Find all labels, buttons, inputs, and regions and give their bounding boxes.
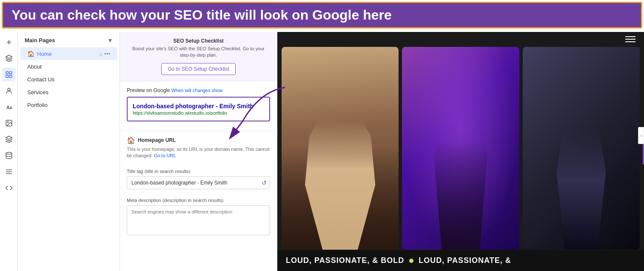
title-tag-wrapper: ↺ bbox=[127, 176, 270, 189]
plus-icon[interactable] bbox=[2, 35, 16, 49]
hamburger-line bbox=[625, 39, 635, 40]
homepage-icon: 🏠 bbox=[127, 136, 135, 144]
go-to-url-link[interactable]: Go to URL bbox=[154, 153, 176, 158]
svg-text:Aa: Aa bbox=[6, 105, 12, 110]
sidebar-item-services[interactable]: Services bbox=[20, 86, 117, 98]
sidebar-item-contact[interactable]: Contact Us bbox=[20, 73, 117, 86]
svg-marker-2 bbox=[6, 55, 12, 59]
hamburger-line bbox=[625, 41, 635, 42]
collapse-panel-button[interactable]: › bbox=[638, 127, 644, 144]
google-preview-title: London-based photographer - Emily Smith bbox=[133, 103, 264, 110]
hamburger-line bbox=[625, 36, 635, 37]
sidebar-header: Main Pages ▼ bbox=[18, 37, 120, 47]
sidebar-item-label: Portfolio bbox=[27, 102, 48, 108]
preview-image-2 bbox=[402, 47, 519, 250]
image-icon[interactable] bbox=[2, 116, 16, 130]
meta-desc-input[interactable] bbox=[127, 205, 270, 235]
sidebar-chevron-icon[interactable]: ▼ bbox=[108, 37, 113, 43]
people-icon[interactable] bbox=[2, 84, 16, 98]
preview-area: LOUD, PASSIONATE, & BOLD LOUD, PASSIONAT… bbox=[277, 32, 644, 271]
home-indicator-icon: ⌂ bbox=[99, 51, 103, 57]
svg-rect-5 bbox=[9, 75, 11, 78]
homepage-url-section: 🏠 Homepage URL This is your homepage, so… bbox=[120, 131, 277, 164]
pages-icon[interactable] bbox=[2, 68, 16, 81]
svg-rect-4 bbox=[9, 72, 11, 74]
section-header: 🏠 Homepage URL bbox=[127, 136, 270, 144]
refresh-icon[interactable]: ↺ bbox=[262, 179, 267, 186]
item-actions: ⌂ ••• bbox=[99, 51, 110, 57]
svg-point-7 bbox=[8, 88, 10, 91]
checklist-desc: Boost your site's SEO with the SEO Setup… bbox=[127, 46, 270, 59]
ticker-text: LOUD, PASSIONATE, & BOLD bbox=[286, 256, 404, 265]
svg-rect-6 bbox=[6, 75, 8, 78]
seo-panel: SEO Setup Checklist Boost your site's SE… bbox=[120, 32, 277, 271]
seo-checklist-button[interactable]: Go to SEO Setup Checklist bbox=[161, 63, 236, 75]
google-preview-box: London-based photographer - Emily Smith … bbox=[127, 97, 270, 121]
banner-text: You can check how your SEO title will lo… bbox=[11, 7, 392, 23]
meta-desc-section: Meta description (description in search … bbox=[120, 193, 277, 241]
sidebar-item-label: Contact Us bbox=[27, 76, 54, 83]
annotation-banner: You can check how your SEO title will lo… bbox=[2, 2, 642, 29]
preview-link[interactable]: When will changes show bbox=[171, 88, 222, 93]
ticker-dot bbox=[409, 259, 413, 263]
sidebar-item-portfolio[interactable]: Portfolio bbox=[20, 99, 117, 111]
left-toolbar: Aa bbox=[0, 32, 18, 271]
sidebar-item-home[interactable]: 🏠 Home ⌂ ••• bbox=[20, 47, 117, 60]
title-tag-label: Title tag (title in search results) bbox=[127, 169, 270, 174]
seo-checklist-banner: SEO Setup Checklist Boost your site's SE… bbox=[120, 32, 277, 81]
svg-point-10 bbox=[7, 121, 8, 122]
google-preview-url: https://slvksamsonstudio.wixstudio.io/po… bbox=[133, 110, 264, 115]
homepage-url-desc: This is your homepage, so its URL is you… bbox=[127, 146, 270, 159]
preview-image-3 bbox=[523, 47, 640, 250]
layers-icon[interactable] bbox=[2, 52, 16, 65]
hamburger-menu[interactable] bbox=[625, 36, 635, 42]
homepage-url-title: Homepage URL bbox=[138, 137, 176, 143]
sidebar-item-label: Home bbox=[37, 51, 52, 57]
preview-ticker: LOUD, PASSIONATE, & BOLD LOUD, PASSIONAT… bbox=[277, 250, 644, 271]
chevron-right-icon: › bbox=[640, 133, 641, 138]
preview-images bbox=[277, 47, 644, 250]
checklist-title: SEO Setup Checklist bbox=[127, 38, 270, 44]
more-options-icon[interactable]: ••• bbox=[104, 51, 110, 57]
preview-image-1 bbox=[282, 47, 399, 250]
title-tag-section: Title tag (title in search results) ↺ bbox=[120, 164, 277, 193]
home-icon: 🏠 bbox=[27, 50, 34, 57]
sidebar: Main Pages ▼ 🏠 Home ⌂ ••• About Contact … bbox=[18, 32, 120, 271]
preview-section: Preview on Google When will changes show… bbox=[120, 81, 277, 131]
preview-label: Preview on Google When will changes show bbox=[127, 87, 270, 93]
title-tag-input[interactable] bbox=[127, 176, 270, 189]
meta-desc-label: Meta description (description in search … bbox=[127, 198, 270, 203]
sidebar-item-about[interactable]: About bbox=[20, 61, 117, 73]
data-icon[interactable] bbox=[2, 149, 16, 162]
sidebar-header-title: Main Pages bbox=[25, 37, 55, 43]
ticker-text-2: LOUD, PASSIONATE, & bbox=[419, 256, 511, 265]
sidebar-item-label: About bbox=[27, 63, 42, 70]
svg-point-11 bbox=[6, 153, 12, 155]
components-icon[interactable] bbox=[2, 133, 16, 146]
sidebar-item-label: Services bbox=[27, 89, 48, 95]
code-icon[interactable] bbox=[2, 181, 16, 195]
svg-rect-3 bbox=[6, 72, 8, 74]
list-icon[interactable] bbox=[2, 165, 16, 179]
font-icon[interactable]: Aa bbox=[2, 100, 16, 114]
preview-nav bbox=[625, 36, 635, 42]
